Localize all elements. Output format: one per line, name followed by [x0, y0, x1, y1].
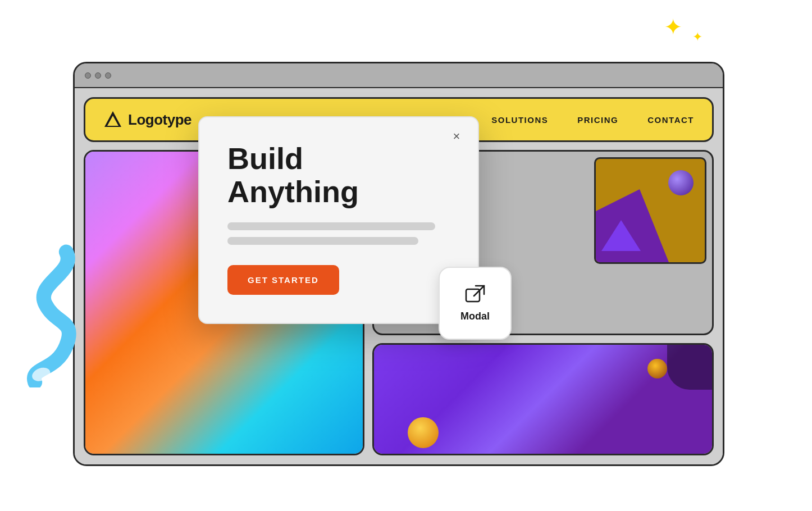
modal-title-line2: Anything [227, 175, 450, 208]
modal-close-button[interactable]: × [448, 127, 466, 145]
bottom-art-sphere-2 [647, 359, 667, 378]
modal-badge-label: Modal [460, 311, 490, 322]
get-started-button[interactable]: GET STARTED [227, 265, 339, 295]
modal-description-line-2 [227, 237, 418, 245]
modal-title: Build Anything [227, 142, 450, 209]
art-triangle [601, 220, 641, 251]
logo-area: Logotype [103, 110, 191, 129]
bottom-right-panel [372, 343, 714, 455]
svg-point-0 [30, 366, 52, 384]
sparkle-small-icon: ✦ [692, 31, 702, 43]
modal-icon [464, 284, 486, 306]
titlebar-dot-2 [95, 72, 101, 79]
art-background [596, 159, 705, 262]
sparkle-large-icon: ✦ [664, 16, 683, 38]
titlebar-dot-3 [105, 72, 111, 79]
logo-icon [103, 110, 122, 129]
nav-item-contact[interactable]: CONTACT [647, 115, 694, 125]
browser-titlebar [75, 63, 723, 88]
logo-text: Logotype [128, 111, 191, 129]
browser-window: Logotype PRODUCT SOLUTIONS PRICING CONTA… [73, 62, 724, 466]
bottom-art-sphere-1 [408, 417, 439, 448]
bottom-art [374, 345, 712, 454]
svg-rect-3 [466, 289, 480, 302]
browser-content: Logotype PRODUCT SOLUTIONS PRICING CONTA… [75, 88, 723, 464]
art-image-card [594, 157, 706, 264]
modal-card: × Build Anything GET STARTED Mod [198, 116, 479, 324]
art-sphere [668, 170, 694, 195]
nav-item-pricing[interactable]: PRICING [577, 115, 618, 125]
modal-title-line1: Build [227, 142, 450, 175]
bottom-art-dark-corner [667, 345, 712, 390]
nav-item-solutions[interactable]: SOLUTIONS [491, 115, 548, 125]
titlebar-dot-1 [85, 72, 91, 79]
modal-description-line-1 [227, 222, 435, 230]
modal-badge: Modal [439, 267, 512, 340]
